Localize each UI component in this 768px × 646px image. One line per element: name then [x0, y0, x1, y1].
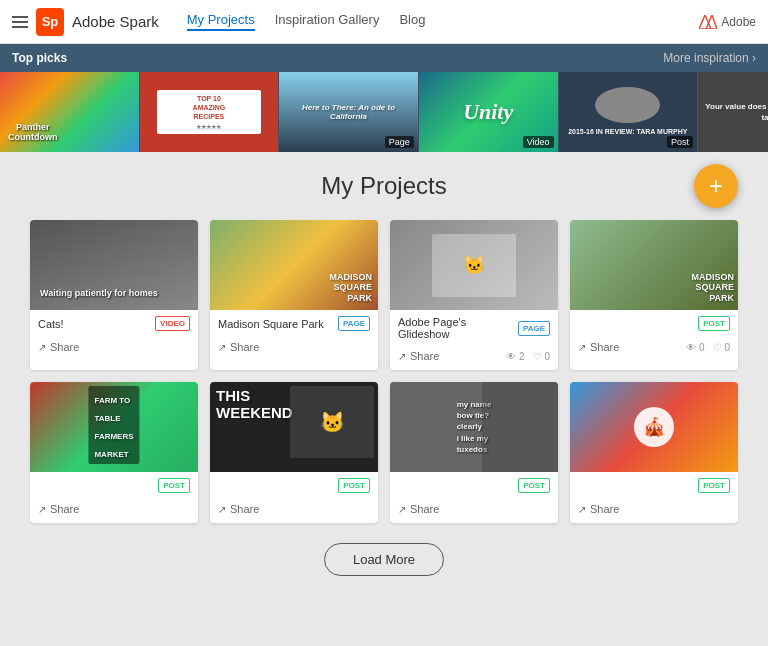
project-info-colorful: POST	[570, 472, 738, 499]
project-card-glideshow: 🐱 Adobe Page's Glideshow PAGE ↗ Share 👁 …	[390, 220, 558, 370]
main-nav: My Projects Inspiration Gallery Blog	[187, 12, 426, 31]
project-card-madison: MADISONSQUAREPARK Madison Square Park PA…	[210, 220, 378, 370]
project-badge-madison: PAGE	[338, 316, 370, 331]
project-actions-madison: ↗ Share	[210, 337, 378, 361]
project-badge-tuxedo: POST	[518, 478, 550, 493]
glideshow-stats: 👁 2 ♡ 0	[506, 351, 550, 362]
project-badge-cats: VIDEO	[155, 316, 190, 331]
carousel-thumb-1: Panther Countdown	[0, 72, 139, 152]
project-info-glideshow: Adobe Page's Glideshow PAGE	[390, 310, 558, 346]
project-thumb-farm[interactable]: FARM TOTABLEFARMERSMARKET	[30, 382, 198, 472]
header-right: Adobe	[699, 15, 756, 29]
nav-inspiration-gallery[interactable]: Inspiration Gallery	[275, 12, 380, 31]
project-info-madison-post: POST	[570, 310, 738, 337]
share-button-glideshow[interactable]: ↗ Share	[398, 350, 439, 362]
carousel-item-3[interactable]: Here to There: An ode to California Page	[279, 72, 419, 152]
share-button-cats[interactable]: ↗ Share	[38, 341, 79, 353]
projects-grid: Waiting patiently for homes Cats! VIDEO …	[30, 220, 738, 523]
share-button-madison[interactable]: ↗ Share	[218, 341, 259, 353]
madison-post-stats: 👁 0 ♡ 0	[686, 342, 730, 353]
carousel-badge-4: Video	[523, 136, 554, 148]
carousel-badge-3: Page	[385, 136, 414, 148]
project-badge-colorful: POST	[698, 478, 730, 493]
load-more-section: Load More	[30, 523, 738, 596]
project-card-weekend: THISWEEKEND 🐱 POST ↗ Share	[210, 382, 378, 523]
carousel-item-5[interactable]: 2015-16 IN REVIEW: TARA MURPHY Post	[559, 72, 699, 152]
project-actions-tuxedo: ↗ Share	[390, 499, 558, 523]
project-card-tuxedo: my namebow tie?clearlyi like mytuxedos P…	[390, 382, 558, 523]
project-thumb-madison[interactable]: MADISONSQUAREPARK	[210, 220, 378, 310]
share-button-farm[interactable]: ↗ Share	[38, 503, 79, 515]
project-name-glideshow: Adobe Page's Glideshow	[398, 316, 518, 340]
menu-button[interactable]	[12, 16, 28, 28]
project-info-madison: Madison Square Park PAGE	[210, 310, 378, 337]
share-button-tuxedo[interactable]: ↗ Share	[398, 503, 439, 515]
project-info-tuxedo: POST	[390, 472, 558, 499]
top-picks-bar: Top picks More inspiration ›	[0, 44, 768, 72]
share-button-madison-post[interactable]: ↗ Share	[578, 341, 619, 353]
projects-title: My Projects	[321, 172, 446, 200]
header-left: Sp Adobe Spark My Projects Inspiration G…	[12, 8, 425, 36]
project-badge-glideshow: PAGE	[518, 321, 550, 336]
share-button-colorful[interactable]: ↗ Share	[578, 503, 619, 515]
project-thumb-madison-post[interactable]: MADISONSQUAREPARK	[570, 220, 738, 310]
top-picks-label: Top picks	[12, 51, 67, 65]
project-thumb-glideshow[interactable]: 🐱	[390, 220, 558, 310]
project-card-farm: FARM TOTABLEFARMERSMARKET POST ↗ Share	[30, 382, 198, 523]
projects-section: My Projects + Waiting patiently for home…	[0, 152, 768, 616]
nav-my-projects[interactable]: My Projects	[187, 12, 255, 31]
app-name: Adobe Spark	[72, 13, 159, 30]
share-button-weekend[interactable]: ↗ Share	[218, 503, 259, 515]
carousel-thumb-2: TOP 10AMAZINGRECIPES ★★★★★	[140, 72, 279, 152]
project-actions-madison-post: ↗ Share 👁 0 ♡ 0	[570, 337, 738, 361]
carousel-item-2[interactable]: TOP 10AMAZINGRECIPES ★★★★★	[140, 72, 280, 152]
carousel-badge-5: Post	[667, 136, 693, 148]
carousel-item-6[interactable]: Your value does not have a price tag Pos…	[698, 72, 768, 152]
project-actions-farm: ↗ Share	[30, 499, 198, 523]
adobe-icon	[699, 15, 717, 29]
more-inspiration-link[interactable]: More inspiration ›	[663, 51, 756, 65]
projects-header: My Projects +	[30, 172, 738, 200]
share-icon-cats: ↗	[38, 342, 46, 353]
project-actions-weekend: ↗ Share	[210, 499, 378, 523]
project-badge-weekend: POST	[338, 478, 370, 493]
top-picks-carousel: Panther Countdown TOP 10AMAZINGRECIPES ★…	[0, 72, 768, 152]
carousel-caption-1: Panther Countdown	[8, 122, 57, 142]
project-thumb-cats[interactable]: Waiting patiently for homes	[30, 220, 198, 310]
project-thumb-weekend[interactable]: THISWEEKEND 🐱	[210, 382, 378, 472]
adobe-logo: Adobe	[699, 15, 756, 29]
project-info-farm: POST	[30, 472, 198, 499]
add-project-button[interactable]: +	[694, 164, 738, 208]
project-badge-madison-post: POST	[698, 316, 730, 331]
project-actions-colorful: ↗ Share	[570, 499, 738, 523]
project-thumb-colorful[interactable]: 🎪	[570, 382, 738, 472]
app-header: Sp Adobe Spark My Projects Inspiration G…	[0, 0, 768, 44]
nav-blog[interactable]: Blog	[399, 12, 425, 31]
project-name-cats: Cats!	[38, 318, 155, 330]
project-card-cats: Waiting patiently for homes Cats! VIDEO …	[30, 220, 198, 370]
project-actions-glideshow: ↗ Share 👁 2 ♡ 0	[390, 346, 558, 370]
project-name-madison: Madison Square Park	[218, 318, 338, 330]
carousel-thumb-6: Your value does not have a price tag	[698, 72, 768, 152]
spark-logo: Sp	[36, 8, 64, 36]
project-badge-farm: POST	[158, 478, 190, 493]
project-info-weekend: POST	[210, 472, 378, 499]
project-info-cats: Cats! VIDEO	[30, 310, 198, 337]
project-card-colorful: 🎪 POST ↗ Share	[570, 382, 738, 523]
load-more-button[interactable]: Load More	[324, 543, 444, 576]
project-card-madison-post: MADISONSQUAREPARK POST ↗ Share 👁 0 ♡ 0	[570, 220, 738, 370]
project-actions-cats: ↗ Share	[30, 337, 198, 361]
carousel-item-4[interactable]: Unity Video	[419, 72, 559, 152]
carousel-item-1[interactable]: Panther Countdown	[0, 72, 140, 152]
project-thumb-tuxedo[interactable]: my namebow tie?clearlyi like mytuxedos	[390, 382, 558, 472]
